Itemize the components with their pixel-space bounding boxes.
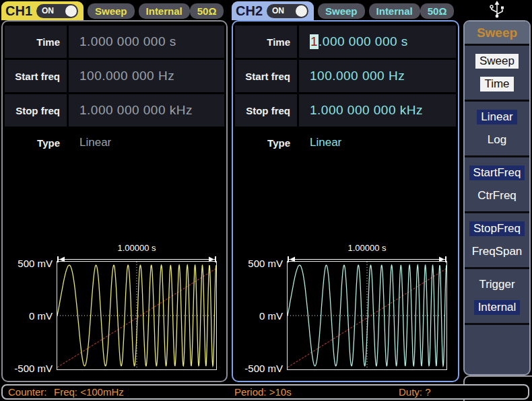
table-row: Type Linear (5, 129, 224, 157)
ch1-source-badge: Internal (139, 3, 190, 19)
ch1-on-toggle[interactable]: ON (36, 4, 78, 18)
table-row: Start freq 100.000 000 Hz (5, 60, 224, 92)
ch2-waveform-display: 1.00000 s 500 mV 0 mV -500 mV (236, 243, 455, 370)
menu-item-startfreq[interactable]: StartFreq (469, 166, 525, 180)
ch1-header: CH1 ON Sweep Internal 50Ω (1, 1, 228, 20)
menu-item-stopfreq[interactable]: StopFreq (469, 221, 525, 236)
ch1-param-table: Time 1.000 000 000 s Start freq 100.000 … (5, 26, 224, 157)
y-label-bot: -500 mV (14, 363, 53, 374)
menu-title: Sweep (465, 22, 529, 46)
softkey-menu: Sweep Sweep Time Linear Log StartFreq Ct… (463, 20, 531, 375)
generator-screen: CH1 ON Sweep Internal 50Ω CH2 ON Sweep I… (0, 0, 532, 401)
y-label-mid: 0 mV (29, 310, 53, 322)
counter-duty: Duty: ? (399, 386, 431, 398)
menu-section: Sweep Time (465, 46, 529, 102)
ch1-time-label: Time (5, 26, 67, 58)
ch2-impedance-badge: 50Ω (420, 3, 455, 19)
ch1-plot (57, 261, 217, 370)
ch1-startfreq-label: Start freq (5, 60, 67, 92)
counter-freq: Freq: <100mHz (54, 386, 124, 398)
ch2-stopfreq-value[interactable]: 1.000 000 000 kHz (299, 94, 456, 126)
menu-item-trigger[interactable]: Trigger (475, 277, 519, 292)
menu-item-log[interactable]: Log (484, 133, 510, 147)
ch2-y-axis-labels: 500 mV 0 mV -500 mV (236, 261, 287, 370)
menu-item-sweep[interactable]: Sweep (475, 54, 519, 69)
y-label-bot: -500 mV (244, 363, 283, 374)
ch2-source-badge: Internal (369, 3, 420, 19)
ch1-type-label: Type (5, 129, 67, 157)
y-label-mid: 0 mV (259, 310, 283, 322)
ch2-sweep-span-label: 1.00000 s (287, 243, 447, 254)
table-row: Time 1.000 000 000 s (235, 26, 456, 58)
ch2-type-label: Type (235, 129, 297, 157)
toggle-knob-icon (65, 5, 77, 17)
ch1-stopfreq-label: Stop freq (5, 94, 67, 126)
y-label-top: 500 mV (18, 258, 53, 269)
ch1-on-label: ON (42, 6, 54, 15)
usb-icon (486, 1, 508, 19)
ch1-stopfreq-value[interactable]: 1.000 000 000 kHz (69, 94, 224, 126)
ch1-impedance-badge: 50Ω (190, 3, 224, 19)
ch2-on-toggle[interactable]: ON (267, 4, 308, 18)
ch2-plot (287, 261, 447, 370)
table-row: Stop freq 1.000 000 000 kHz (235, 94, 456, 126)
tab-ch2[interactable]: CH2 ON (232, 1, 314, 20)
menu-section: StopFreq FreqSpan (465, 213, 529, 269)
ch1-type-value[interactable]: Linear (69, 129, 224, 157)
table-row: Start freq 100.000 000 Hz (235, 60, 456, 92)
ch1-sweep-span-label: 1.00000 s (57, 243, 217, 254)
ch2-tab-label: CH2 (236, 3, 263, 19)
ch2-startfreq-value[interactable]: 100.000 000 Hz (299, 60, 456, 92)
menu-section: Trigger Internal (465, 269, 529, 325)
menu-section: StartFreq CtrFreq (465, 157, 529, 213)
tab-ch1[interactable]: CH1 ON (1, 1, 84, 20)
counter-label: Counter: (8, 386, 47, 398)
ch1-waveform-display: 1.00000 s 500 mV 0 mV -500 mV (5, 243, 224, 370)
ch1-startfreq-value[interactable]: 100.000 000 Hz (69, 60, 224, 92)
ch2-time-label: Time (235, 26, 297, 58)
counter-period: Period: >10s (234, 386, 292, 398)
edit-cursor: 1 (310, 34, 319, 49)
menu-item-time[interactable]: Time (480, 77, 513, 92)
menu-item-internal[interactable]: Internal (474, 300, 521, 315)
table-row: Time 1.000 000 000 s (5, 26, 224, 58)
ch2-type-value[interactable]: Linear (299, 129, 456, 157)
ch1-mode-badge: Sweep (88, 3, 135, 19)
ch1-span-arrow (57, 254, 217, 261)
menu-item-ctrfreq[interactable]: CtrFreq (473, 188, 521, 203)
ch2-time-value-rest: .000 000 000 s (319, 34, 408, 49)
menu-item-linear[interactable]: Linear (477, 110, 517, 124)
ch1-tab-label: CH1 (5, 3, 32, 19)
ch1-y-axis-labels: 500 mV 0 mV -500 mV (5, 261, 57, 370)
y-label-top: 500 mV (248, 258, 283, 269)
ch2-header: CH2 ON Sweep Internal 50Ω (232, 1, 459, 20)
ch2-time-value[interactable]: 1.000 000 000 s (299, 26, 456, 58)
ch2-on-label: ON (272, 6, 284, 15)
ch2-param-table: Time 1.000 000 000 s Start freq 100.000 … (235, 26, 456, 157)
ch2-span-arrow (287, 254, 447, 261)
ch2-startfreq-label: Start freq (235, 60, 297, 92)
table-row: Type Linear (235, 129, 456, 157)
counter-status-bar: Counter: Freq: <100mHz Period: >10s Duty… (1, 384, 529, 400)
menu-item-freqspan[interactable]: FreqSpan (468, 244, 527, 259)
ch2-stopfreq-label: Stop freq (235, 94, 297, 126)
toggle-knob-icon (296, 5, 307, 17)
ch1-time-value[interactable]: 1.000 000 000 s (69, 26, 224, 58)
ch2-mode-badge: Sweep (318, 3, 365, 19)
menu-section: Linear Log (465, 102, 529, 157)
ch1-panel: Time 1.000 000 000 s Start freq 100.000 … (1, 20, 228, 382)
ch2-panel: Time 1.000 000 000 s Start freq 100.000 … (232, 20, 459, 382)
table-row: Stop freq 1.000 000 000 kHz (5, 94, 224, 126)
menu-section-empty (465, 325, 529, 375)
